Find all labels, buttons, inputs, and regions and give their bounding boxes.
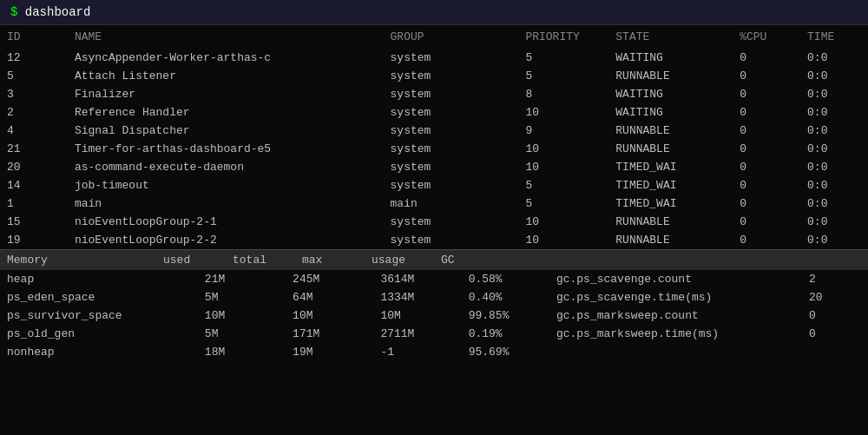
thread-group: system (384, 122, 519, 140)
thread-cpu: 0 (733, 176, 800, 194)
thread-group: system (384, 231, 519, 249)
thread-priority: 10 (518, 103, 608, 122)
thread-id: 12 (0, 49, 68, 67)
table-row: 20 as-command-execute-daemon system 10 T… (0, 158, 868, 176)
mem-gc-key: gc.ps_marksweep.time(ms) (549, 325, 802, 343)
mem-total: 171M (286, 325, 373, 343)
thread-name: main (68, 194, 384, 213)
thread-name: Timer-for-arthas-dashboard-e5 (68, 140, 384, 158)
mem-usage: 99.85% (462, 306, 549, 325)
header-time: TIME (800, 25, 868, 49)
command-text: dashboard (25, 5, 91, 19)
thread-id: 21 (0, 140, 68, 158)
thread-table-header: ID NAME GROUP PRIORITY STATE %CPU TIME (0, 25, 868, 49)
thread-cpu: 0 (733, 231, 800, 249)
thread-state: RUNNABLE (608, 231, 733, 249)
table-row: 1 main main 5 TIMED_WAI 0 0:0 (0, 194, 868, 213)
mem-header-usage: usage (372, 254, 441, 267)
memory-table: heap 21M 245M 3614M 0.58% gc.ps_scavenge… (0, 270, 868, 361)
thread-state: RUNNABLE (608, 140, 733, 158)
table-row: 5 Attach Listener system 5 RUNNABLE 0 0:… (0, 67, 868, 85)
thread-name: nioEventLoopGroup-2-2 (68, 231, 384, 249)
thread-time: 0:0 (800, 122, 868, 140)
mem-name: ps_survivor_space (0, 306, 198, 325)
mem-header-max: max (302, 254, 372, 267)
thread-name: Reference Handler (68, 103, 384, 122)
thread-time: 0:0 (800, 103, 868, 122)
thread-priority: 10 (518, 231, 608, 249)
mem-header-used: used (163, 254, 233, 267)
mem-max: -1 (373, 343, 461, 361)
thread-cpu: 0 (733, 103, 800, 122)
thread-id: 4 (0, 122, 68, 140)
mem-header-gc: GC (441, 254, 861, 267)
mem-header-memory: Memory (7, 254, 163, 267)
thread-group: main (384, 194, 519, 213)
thread-priority: 10 (518, 158, 608, 176)
thread-priority: 5 (518, 49, 608, 67)
memory-section-header: Memory used total max usage GC (0, 249, 868, 270)
memory-row: ps_eden_space 5M 64M 1334M 0.40% gc.ps_s… (0, 288, 868, 306)
thread-time: 0:0 (800, 85, 868, 103)
thread-table: ID NAME GROUP PRIORITY STATE %CPU TIME 1… (0, 25, 868, 249)
thread-id: 3 (0, 85, 68, 103)
memory-table-body: heap 21M 245M 3614M 0.58% gc.ps_scavenge… (0, 270, 868, 361)
thread-state: TIMED_WAI (608, 176, 733, 194)
thread-priority: 9 (518, 122, 608, 140)
thread-id: 20 (0, 158, 68, 176)
thread-name: nioEventLoopGroup-2-1 (68, 213, 384, 231)
mem-used: 18M (198, 343, 286, 361)
thread-id: 14 (0, 176, 68, 194)
thread-state: RUNNABLE (608, 122, 733, 140)
thread-group: system (384, 103, 519, 122)
thread-group: system (384, 213, 519, 231)
thread-time: 0:0 (800, 140, 868, 158)
thread-priority: 10 (518, 140, 608, 158)
thread-name: AsyncAppender-Worker-arthas-c (68, 49, 384, 67)
table-row: 2 Reference Handler system 10 WAITING 0 … (0, 103, 868, 122)
header-priority: PRIORITY (518, 25, 608, 49)
mem-name: ps_eden_space (0, 288, 198, 306)
header-group: GROUP (384, 25, 519, 49)
thread-group: system (384, 49, 519, 67)
mem-total: 19M (286, 343, 373, 361)
thread-group: system (384, 176, 519, 194)
mem-total: 10M (286, 306, 373, 325)
table-row: 21 Timer-for-arthas-dashboard-e5 system … (0, 140, 868, 158)
table-row: 3 Finalizer system 8 WAITING 0 0:0 (0, 85, 868, 103)
thread-id: 15 (0, 213, 68, 231)
mem-gc-val (802, 343, 868, 361)
mem-total: 64M (286, 288, 373, 306)
thread-cpu: 0 (733, 49, 800, 67)
thread-name: as-command-execute-daemon (68, 158, 384, 176)
mem-usage: 95.69% (462, 343, 549, 361)
thread-time: 0:0 (800, 158, 868, 176)
thread-time: 0:0 (800, 231, 868, 249)
thread-state: WAITING (608, 103, 733, 122)
thread-time: 0:0 (800, 67, 868, 85)
mem-gc-val: 2 (802, 270, 868, 288)
mem-used: 21M (198, 270, 286, 288)
prompt-symbol: $ (10, 5, 25, 19)
thread-state: TIMED_WAI (608, 158, 733, 176)
thread-cpu: 0 (733, 122, 800, 140)
mem-name: ps_old_gen (0, 325, 198, 343)
thread-name: Finalizer (68, 85, 384, 103)
thread-state: RUNNABLE (608, 67, 733, 85)
thread-time: 0:0 (800, 194, 868, 213)
mem-max: 3614M (373, 270, 461, 288)
title-bar: $ dashboard (0, 0, 868, 25)
thread-cpu: 0 (733, 85, 800, 103)
mem-used: 5M (198, 325, 286, 343)
header-name: NAME (68, 25, 384, 49)
thread-name: job-timeout (68, 176, 384, 194)
thread-name: Signal Dispatcher (68, 122, 384, 140)
mem-usage: 0.19% (462, 325, 549, 343)
thread-time: 0:0 (800, 176, 868, 194)
thread-priority: 5 (518, 176, 608, 194)
thread-id: 1 (0, 194, 68, 213)
mem-gc-val: 0 (802, 325, 868, 343)
thread-cpu: 0 (733, 158, 800, 176)
mem-gc-key (549, 343, 802, 361)
mem-gc-val: 20 (802, 288, 868, 306)
